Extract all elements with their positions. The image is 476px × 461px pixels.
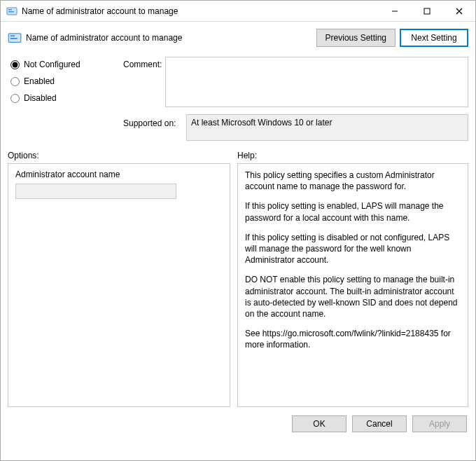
ok-button[interactable]: OK <box>292 415 346 432</box>
svg-rect-4 <box>424 8 430 14</box>
comment-textarea[interactable] <box>165 57 468 107</box>
radio-not-configured-label: Not Configured <box>24 60 80 69</box>
admin-account-name-input[interactable] <box>15 184 176 199</box>
radio-enabled-input[interactable] <box>10 77 20 86</box>
svg-rect-1 <box>8 9 12 11</box>
svg-rect-2 <box>8 11 14 13</box>
svg-rect-8 <box>10 35 15 36</box>
radio-not-configured-input[interactable] <box>10 60 20 69</box>
maximize-button[interactable] <box>411 1 443 21</box>
supported-on-value <box>186 114 468 141</box>
minimize-button[interactable] <box>379 1 411 21</box>
help-text: See https://go.microsoft.com/fwlink/?lin… <box>245 328 461 350</box>
help-text: If this policy setting is disabled or no… <box>245 232 461 266</box>
close-button[interactable] <box>443 1 475 21</box>
policy-name: Name of administrator account to manage <box>26 33 182 43</box>
help-panel: This policy setting specifies a custom A… <box>237 163 468 407</box>
policy-icon <box>8 31 22 45</box>
help-text: If this policy setting is enabled, LAPS … <box>245 200 461 223</box>
help-section-label: Help: <box>237 151 468 160</box>
help-text: This policy setting specifies a custom A… <box>245 170 461 192</box>
sub-header: Name of administrator account to manage … <box>1 22 475 54</box>
radio-enabled[interactable]: Enabled <box>8 76 123 86</box>
radio-disabled-label: Disabled <box>24 93 57 103</box>
radio-enabled-label: Enabled <box>24 76 55 86</box>
admin-account-name-label: Administrator account name <box>15 170 223 179</box>
previous-setting-button[interactable]: Previous Setting <box>316 29 396 47</box>
radio-disabled-input[interactable] <box>10 94 20 103</box>
cancel-button[interactable]: Cancel <box>352 415 407 432</box>
dialog-button-row: OK Cancel Apply <box>1 407 475 432</box>
radio-disabled[interactable]: Disabled <box>8 93 123 103</box>
window-title: Name of administrator account to manage <box>22 6 379 16</box>
state-radio-group: Not Configured Enabled Disabled <box>8 57 123 110</box>
options-panel: Administrator account name <box>8 163 230 407</box>
titlebar: Name of administrator account to manage <box>1 1 475 22</box>
policy-icon <box>6 6 18 17</box>
supported-on-label: Supported on: <box>123 114 186 128</box>
radio-not-configured[interactable]: Not Configured <box>8 60 123 69</box>
apply-button[interactable]: Apply <box>412 415 467 432</box>
help-text: DO NOT enable this policy setting to man… <box>245 274 461 319</box>
next-setting-button[interactable]: Next Setting <box>400 29 468 47</box>
comment-label: Comment: <box>123 57 165 110</box>
svg-rect-9 <box>10 38 18 39</box>
options-section-label: Options: <box>8 151 237 160</box>
